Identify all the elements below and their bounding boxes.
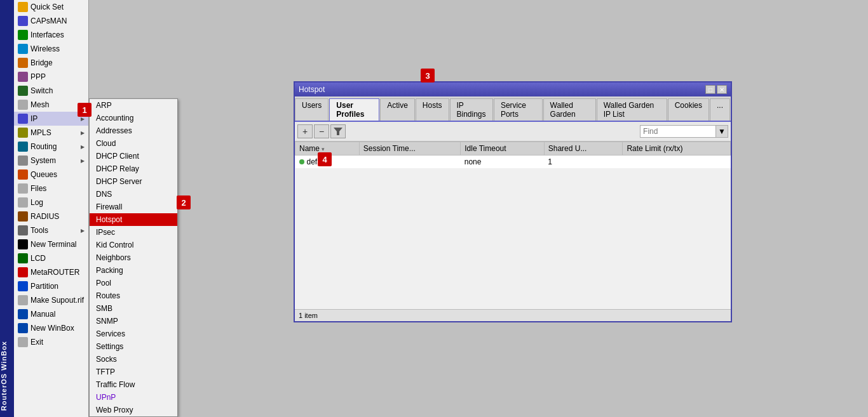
submenu-item-firewall[interactable]: Firewall [90, 201, 177, 213]
submenu-item-traffic-flow[interactable]: Traffic Flow [90, 378, 177, 391]
submenu-arrow-routing: ▶ [81, 144, 85, 150]
submenu-item-settings[interactable]: Settings [90, 340, 177, 353]
sidebar-item-interfaces[interactable]: Interfaces [14, 28, 88, 42]
menu-item-label-quick-set: Quick Set [31, 3, 64, 11]
active-dot [299, 159, 304, 164]
tab-ip-bindings[interactable]: IP Bindings [450, 98, 493, 121]
submenu-item-ipsec[interactable]: IPsec [90, 226, 177, 239]
add-button[interactable]: + [297, 124, 313, 138]
make-icon [18, 295, 28, 305]
newterminal-icon [18, 239, 28, 249]
hotspot-toolbar: + − ▼ [295, 122, 731, 142]
menu-item-label-ip: IP [31, 114, 37, 123]
sidebar-item-ppp[interactable]: PPP [14, 70, 88, 84]
sidebar-item-exit[interactable]: Exit [14, 335, 88, 349]
submenu-item-dns[interactable]: DNS [90, 188, 177, 201]
submenu-item-accounting[interactable]: Accounting [90, 112, 177, 124]
menu-item-label-partition: Partition [31, 282, 58, 291]
submenu-item-dhcp-relay[interactable]: DHCP Relay [90, 162, 177, 175]
tab-walled-garden[interactable]: Walled Garden [543, 98, 596, 121]
menu-item-label-make-supout: Make Supout.rif [31, 296, 84, 305]
submenu-item-web-proxy[interactable]: Web Proxy [90, 404, 177, 416]
tab-walled-garden-ip[interactable]: Walled Garden IP List [597, 98, 667, 121]
ip-submenu: ARPAccountingAddressesCloudDHCP ClientDH… [89, 98, 178, 417]
sidebar-item-radius[interactable]: RADIUS [14, 209, 88, 223]
sidebar-item-log[interactable]: Log [14, 195, 88, 209]
submenu-item-cloud[interactable]: Cloud [90, 137, 177, 150]
sidebar-item-mpls[interactable]: MPLS▶ [14, 126, 88, 140]
submenu-item-routes[interactable]: Routes [90, 289, 177, 302]
sidebar-item-new-winbox[interactable]: New WinBox [14, 321, 88, 335]
menu-item-label-log: Log [31, 198, 43, 207]
tab-user-profiles[interactable]: User Profiles [329, 98, 379, 121]
sidebar-item-queues[interactable]: Queues [14, 168, 88, 182]
submenu-item-hotspot[interactable]: Hotspot [90, 213, 177, 226]
sidebar-item-lcd[interactable]: LCD [14, 251, 88, 265]
meta-icon [18, 267, 28, 277]
sidebar-item-files[interactable]: Files [14, 182, 88, 195]
wireless-icon [18, 44, 28, 54]
filter-button[interactable] [330, 124, 346, 138]
sidebar-item-partition[interactable]: Partition [14, 279, 88, 293]
lcd-icon [18, 253, 28, 263]
cell-idle-timeout: none [461, 156, 545, 169]
menu-item-label-capsman: CAPsMAN [31, 17, 67, 25]
sidebar-item-new-terminal[interactable]: New Terminal [14, 237, 88, 251]
submenu-item-upnp[interactable]: UPnP [90, 391, 177, 404]
tab-cookies[interactable]: Cookies [668, 98, 709, 121]
submenu-item-addresses[interactable]: Addresses [90, 124, 177, 137]
tab-service-ports[interactable]: Service Ports [494, 98, 543, 121]
sidebar-item-bridge[interactable]: Bridge [14, 56, 88, 70]
hotspot-title: Hotspot [299, 85, 325, 94]
queues-icon [18, 169, 28, 180]
submenu-arrow-tools: ▶ [81, 228, 85, 234]
submenu-item-packing[interactable]: Packing [90, 264, 177, 277]
sidebar-item-wireless[interactable]: Wireless [14, 42, 88, 56]
menu-item-label-tools: Tools [31, 226, 48, 235]
menu-item-label-files: Files [31, 184, 46, 193]
search-input[interactable] [640, 125, 716, 138]
submenu-item-dhcp-server[interactable]: DHCP Server [90, 175, 177, 188]
tab-more[interactable]: ... [710, 98, 730, 121]
tab-active[interactable]: Active [380, 98, 415, 121]
submenu-item-smb[interactable]: SMB [90, 302, 177, 315]
submenu-item-services[interactable]: Services [90, 328, 177, 340]
table-row[interactable]: defaultnone1 [295, 156, 731, 169]
menu-item-label-ppp: PPP [31, 72, 46, 81]
search-dropdown[interactable]: ▼ [716, 125, 728, 138]
sidebar-item-metarouter[interactable]: MetaROUTER [14, 265, 88, 279]
tab-hosts[interactable]: Hosts [416, 98, 449, 121]
sidebar-item-make-supout[interactable]: Make Supout.rif [14, 293, 88, 307]
sidebar-item-manual[interactable]: Manual [14, 307, 88, 321]
submenu-item-pool[interactable]: Pool [90, 277, 177, 289]
sidebar-item-quick-set[interactable]: Quick Set [14, 0, 88, 14]
menu-item-label-routing: Routing [31, 142, 57, 151]
menu-item-label-wireless: Wireless [31, 44, 60, 53]
minimize-button[interactable]: □ [705, 85, 715, 94]
remove-button[interactable]: − [314, 124, 329, 138]
submenu-item-tftp[interactable]: TFTP [90, 366, 177, 378]
ppp-icon [18, 72, 28, 82]
menu-item-label-manual: Manual [31, 310, 55, 319]
submenu-item-dhcp-client[interactable]: DHCP Client [90, 150, 177, 162]
cell-shared-users: 1 [544, 156, 623, 169]
submenu-item-snmp[interactable]: SNMP [90, 315, 177, 328]
sidebar-item-routing[interactable]: Routing▶ [14, 140, 88, 154]
submenu-item-kid-control[interactable]: Kid Control [90, 239, 177, 251]
caps-icon [18, 16, 28, 26]
submenu-item-arp[interactable]: ARP [90, 99, 177, 112]
tab-users[interactable]: Users [295, 98, 329, 121]
menu-item-label-interfaces: Interfaces [31, 30, 64, 39]
sidebar-item-tools[interactable]: Tools▶ [14, 223, 88, 237]
badge-2: 2 [177, 195, 191, 209]
close-button[interactable]: ✕ [717, 85, 727, 94]
sidebar-item-system[interactable]: System▶ [14, 154, 88, 168]
app-title-label: RouterOS WinBox [0, 341, 8, 411]
table-header-row: Name ▾ Session Time... Idle Timeout Shar… [295, 142, 731, 156]
files-icon [18, 183, 28, 194]
sidebar-item-switch[interactable]: Switch [14, 84, 88, 98]
table-body: defaultnone1 [295, 156, 731, 169]
submenu-item-socks[interactable]: Socks [90, 353, 177, 366]
submenu-item-neighbors[interactable]: Neighbors [90, 251, 177, 264]
sidebar-item-capsman[interactable]: CAPsMAN [14, 14, 88, 28]
